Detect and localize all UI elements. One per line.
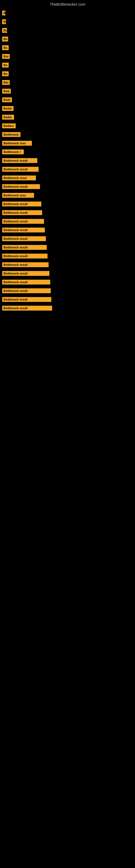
bottleneck-label: B xyxy=(2,10,5,16)
list-item: Bottleneck resu xyxy=(0,140,135,147)
list-item: Bo xyxy=(0,61,135,69)
bottleneck-label: Bo xyxy=(2,37,8,41)
list-item: Bo xyxy=(0,27,135,34)
items-wrapper: BBBoBoBoBotBoBoBotBottBottlBottleBottleB… xyxy=(0,8,135,314)
bottleneck-label: Bo xyxy=(2,45,9,50)
bottleneck-label: Bottleneck result xyxy=(2,210,42,215)
list-item: Bottleneck r xyxy=(0,148,135,156)
list-item: Bottleneck resul xyxy=(0,174,135,182)
bottleneck-label: Bot xyxy=(2,80,10,85)
list-item: Bottleneck result xyxy=(0,183,135,190)
list-item: Bo xyxy=(0,44,135,52)
bottleneck-label: Bo xyxy=(2,63,9,67)
list-item: Bottleneck result xyxy=(0,296,135,303)
bottleneck-label: Bottl xyxy=(2,97,12,102)
list-item: Bottleneck result xyxy=(0,235,135,243)
bottleneck-label: Bottleneck result xyxy=(2,288,51,293)
list-item: B xyxy=(0,9,135,17)
bottleneck-label: Bottleneck result xyxy=(2,167,39,172)
bottleneck-label: Bottleneck result xyxy=(2,297,51,302)
list-item: Bottleneck result xyxy=(0,165,135,173)
bottleneck-label: Bo xyxy=(2,28,7,33)
bottleneck-label: Bottleneck result xyxy=(2,236,46,241)
bottleneck-label: Bottleneck result xyxy=(2,280,50,284)
bottleneck-label: Bo xyxy=(2,71,9,76)
list-item: Bottleneck result xyxy=(0,261,135,269)
bottleneck-label: Bottleneck r xyxy=(2,150,24,154)
list-item: Bottleneck result xyxy=(0,244,135,251)
bottleneck-label: Bot xyxy=(2,54,10,59)
bottleneck-label: Bottlen xyxy=(2,123,16,128)
bottleneck-label: Bottleneck result xyxy=(2,184,40,189)
bottleneck-label: Bottleneck result xyxy=(2,227,45,232)
bottleneck-label: Bottleneck resu xyxy=(2,193,34,198)
list-item: Bottleneck xyxy=(0,131,135,138)
bottleneck-label: B xyxy=(2,19,6,24)
list-item: Bottleneck result xyxy=(0,270,135,277)
list-item: Bottleneck result xyxy=(0,252,135,260)
bottleneck-label: Bott xyxy=(2,89,11,94)
list-item: Bottleneck resu xyxy=(0,191,135,199)
list-item: Bottl xyxy=(0,96,135,104)
site-title: TheBottlenecker.com xyxy=(0,0,135,8)
list-item: Bottleneck result xyxy=(0,157,135,164)
bottleneck-label: Bottleneck resul xyxy=(2,176,36,180)
bottleneck-label: Bottle xyxy=(2,106,13,111)
bottleneck-label: Bottleneck result xyxy=(2,219,44,224)
list-item: Bottlen xyxy=(0,122,135,130)
list-item: Bot xyxy=(0,53,135,60)
page-container: TheBottlenecker.com BBBoBoBoBotBoBoBotBo… xyxy=(0,0,135,314)
list-item: Bottleneck result xyxy=(0,278,135,286)
list-item: Bott xyxy=(0,87,135,95)
bottleneck-label: Bottleneck xyxy=(2,132,20,137)
bottleneck-label: Bottleneck resu xyxy=(2,141,32,146)
list-item: Bo xyxy=(0,35,135,43)
list-item: B xyxy=(0,18,135,26)
bottleneck-label: Bottleneck result xyxy=(2,245,47,250)
list-item: Bot xyxy=(0,79,135,86)
list-item: Bottleneck result xyxy=(0,218,135,225)
bottleneck-label: Bottleneck result xyxy=(2,202,41,207)
list-item: Bottleneck result xyxy=(0,304,135,312)
list-item: Bottleneck result xyxy=(0,209,135,216)
list-item: Bottleneck result xyxy=(0,200,135,208)
list-item: Bo xyxy=(0,70,135,78)
bottleneck-label: Bottleneck result xyxy=(2,158,37,163)
bottleneck-label: Bottleneck result xyxy=(2,262,49,267)
bottleneck-label: Bottle xyxy=(2,115,14,120)
list-item: Bottleneck result xyxy=(0,226,135,234)
list-item: Bottle xyxy=(0,113,135,121)
list-item: Bottle xyxy=(0,105,135,112)
bottleneck-label: Bottleneck result xyxy=(2,271,49,276)
list-item: Bottleneck result xyxy=(0,287,135,294)
bottleneck-label: Bottleneck result xyxy=(2,254,48,258)
bottleneck-label: Bottleneck result xyxy=(2,306,52,311)
